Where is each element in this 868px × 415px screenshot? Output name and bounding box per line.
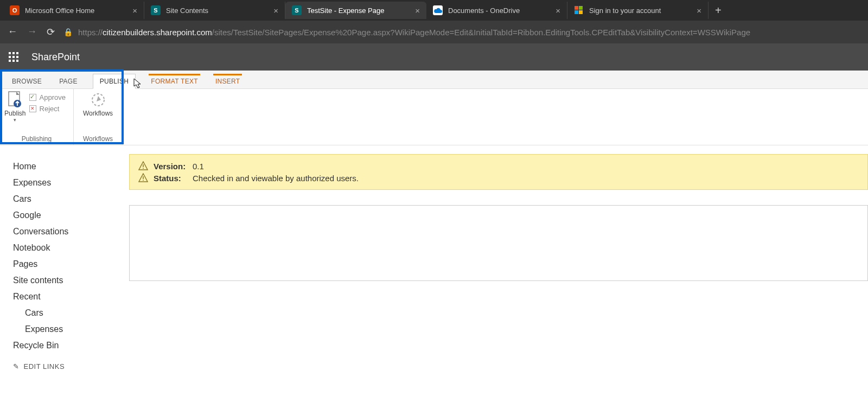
nav-subitem-cars[interactable]: Cars bbox=[13, 305, 125, 321]
tab-strip: O Microsoft Office Home × S Site Content… bbox=[0, 0, 868, 21]
nav-item-pages[interactable]: Pages bbox=[13, 256, 125, 272]
reload-icon[interactable]: ⟳ bbox=[47, 26, 55, 38]
reject-button: Reject bbox=[29, 105, 66, 113]
nav-subitem-expenses[interactable]: Expenses bbox=[13, 321, 125, 337]
forward-icon[interactable]: → bbox=[27, 26, 37, 38]
address-bar: ← → ⟳ 🔒 https://citizenbuilders.sharepoi… bbox=[0, 21, 868, 43]
svg-rect-7 bbox=[143, 164, 144, 167]
url-host: citizenbuilders.sharepoint.com bbox=[103, 28, 212, 37]
browser-tab[interactable]: Sign in to your account × bbox=[567, 2, 709, 19]
approve-label: Approve bbox=[40, 93, 66, 101]
approve-button: Approve bbox=[29, 93, 66, 101]
nav-item-site-contents[interactable]: Site contents bbox=[13, 272, 125, 289]
main-area: Version: 0.1 Status: Checked in and view… bbox=[125, 145, 868, 371]
page-content: Home Expenses Cars Google Conversations … bbox=[0, 145, 868, 371]
svg-rect-0 bbox=[575, 6, 578, 10]
suite-brand[interactable]: SharePoint bbox=[31, 52, 80, 63]
tab-title: Microsoft Office Home bbox=[25, 7, 126, 15]
office-icon: O bbox=[10, 5, 20, 15]
ribbon-tab-publish[interactable]: PUBLISH bbox=[93, 74, 136, 89]
left-navigation: Home Expenses Cars Google Conversations … bbox=[0, 145, 125, 371]
url-path: /sites/TestSite/SitePages/Expense%20Page… bbox=[212, 28, 750, 37]
close-icon[interactable]: × bbox=[273, 6, 278, 15]
nav-item-google[interactable]: Google bbox=[13, 207, 125, 224]
lock-icon: 🔒 bbox=[63, 28, 73, 36]
reject-label: Reject bbox=[40, 105, 60, 113]
microsoft-icon bbox=[574, 5, 584, 15]
publish-label: Publish bbox=[4, 110, 25, 117]
url-prefix: https:// bbox=[78, 28, 103, 37]
status-label: Status: bbox=[154, 174, 187, 183]
version-label: Version: bbox=[154, 162, 187, 171]
back-icon[interactable]: ← bbox=[8, 26, 17, 38]
svg-rect-9 bbox=[143, 176, 144, 179]
dropdown-caret-icon: ▾ bbox=[14, 117, 16, 123]
publish-icon bbox=[7, 91, 24, 108]
ribbon-tab-format-text[interactable]: FORMAT TEXT bbox=[149, 74, 200, 88]
ribbon-tabs: BROWSE PAGE PUBLISH FORMAT TEXT INSERT bbox=[0, 71, 868, 89]
url-field[interactable]: 🔒 https://citizenbuilders.sharepoint.com… bbox=[63, 28, 860, 37]
status-banner: Version: 0.1 Status: Checked in and view… bbox=[129, 154, 868, 190]
group-label-workflows: Workflows bbox=[74, 134, 122, 145]
svg-rect-10 bbox=[143, 180, 144, 181]
workflows-icon bbox=[90, 91, 107, 108]
close-icon[interactable]: × bbox=[132, 6, 137, 15]
ribbon-body: Publish ▾ Approve Reject Publishing bbox=[0, 89, 868, 145]
edit-links-button[interactable]: ✎ EDIT LINKS bbox=[13, 354, 125, 371]
close-icon[interactable]: × bbox=[697, 6, 701, 15]
svg-rect-3 bbox=[579, 10, 583, 14]
suite-bar: SharePoint bbox=[0, 43, 868, 71]
browser-chrome: O Microsoft Office Home × S Site Content… bbox=[0, 0, 868, 43]
ribbon-tab-browse[interactable]: BROWSE bbox=[10, 74, 44, 88]
workflows-label: Workflows bbox=[83, 110, 113, 117]
version-value: 0.1 bbox=[193, 162, 204, 171]
close-icon[interactable]: × bbox=[415, 6, 420, 15]
browser-tab-active[interactable]: S TestSite - Expense Page × bbox=[285, 2, 426, 19]
nav-item-notebook[interactable]: Notebook bbox=[13, 240, 125, 256]
edit-links-label: EDIT LINKS bbox=[24, 362, 65, 371]
nav-item-cars[interactable]: Cars bbox=[13, 191, 125, 207]
svg-rect-8 bbox=[143, 168, 144, 169]
warning-icon bbox=[138, 173, 148, 183]
publish-button[interactable]: Publish ▾ bbox=[4, 91, 26, 123]
tab-title: Site Contents bbox=[166, 7, 267, 15]
workflows-button[interactable]: Workflows bbox=[79, 91, 117, 117]
ribbon-group-publishing: Publish ▾ Approve Reject Publishing bbox=[0, 89, 74, 145]
browser-tab[interactable]: Documents - OneDrive × bbox=[426, 2, 567, 19]
svg-rect-2 bbox=[575, 10, 578, 14]
sharepoint-icon: S bbox=[151, 5, 161, 15]
nav-item-home[interactable]: Home bbox=[13, 158, 125, 175]
tab-title: Documents - OneDrive bbox=[448, 7, 549, 15]
x-icon bbox=[29, 105, 36, 112]
browser-tab[interactable]: O Microsoft Office Home × bbox=[3, 2, 144, 19]
nav-item-expenses[interactable]: Expenses bbox=[13, 175, 125, 191]
nav-item-recent[interactable]: Recent bbox=[13, 289, 125, 305]
pencil-icon: ✎ bbox=[13, 362, 20, 371]
tab-title: TestSite - Expense Page bbox=[307, 7, 409, 15]
onedrive-icon bbox=[433, 5, 443, 15]
ribbon-tab-insert[interactable]: INSERT bbox=[213, 74, 242, 88]
close-icon[interactable]: × bbox=[556, 6, 560, 15]
group-label-publishing: Publishing bbox=[0, 134, 73, 145]
warning-icon bbox=[138, 161, 148, 171]
svg-rect-1 bbox=[579, 6, 583, 10]
tab-title: Sign in to your account bbox=[589, 7, 690, 15]
browser-tab[interactable]: S Site Contents × bbox=[144, 2, 285, 19]
ribbon-tab-page[interactable]: PAGE bbox=[57, 74, 80, 88]
check-icon bbox=[29, 94, 36, 101]
new-tab-button[interactable]: + bbox=[709, 4, 728, 17]
app-launcher-icon[interactable] bbox=[9, 52, 18, 62]
sharepoint-icon: S bbox=[292, 5, 302, 15]
page-editor[interactable] bbox=[129, 205, 868, 281]
nav-item-recycle-bin[interactable]: Recycle Bin bbox=[13, 337, 125, 354]
nav-item-conversations[interactable]: Conversations bbox=[13, 224, 125, 240]
ribbon-group-workflows: Workflows Workflows bbox=[74, 89, 123, 145]
status-value: Checked in and viewable by authorized us… bbox=[193, 174, 359, 183]
mouse-cursor-icon bbox=[133, 78, 142, 89]
